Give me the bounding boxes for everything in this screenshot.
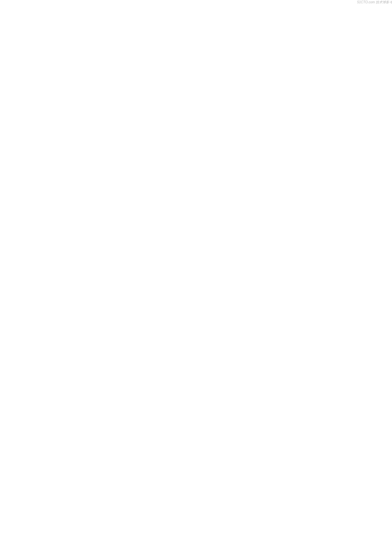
watermark: 51CTO.com 技术博客·电蛼 <box>357 0 392 5</box>
